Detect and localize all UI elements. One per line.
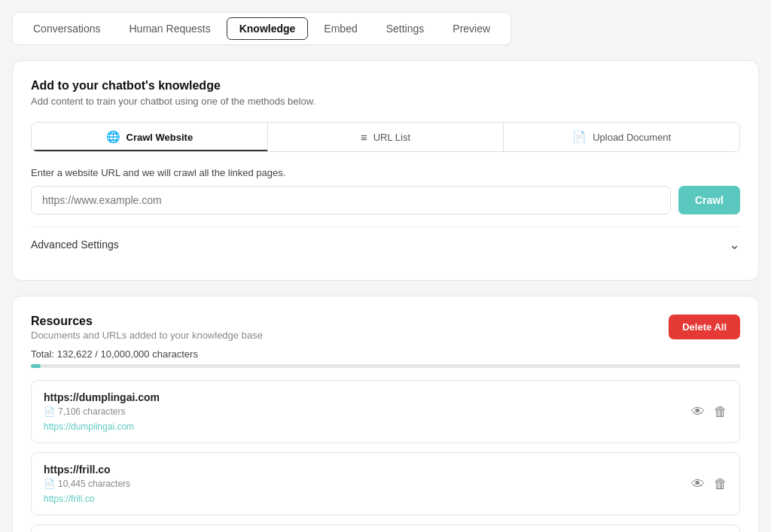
resource-chars-0: 📄 7,106 characters	[44, 406, 160, 417]
resource-list: https://dumplingai.com 📄 7,106 character…	[31, 380, 740, 532]
doc-icon-0: 📄	[44, 406, 55, 417]
resources-header: Resources Documents and URLs added to yo…	[31, 315, 740, 341]
advanced-settings-row[interactable]: Advanced Settings ⌄	[31, 226, 740, 262]
resource-chars-1: 📄 10,445 characters	[44, 479, 130, 489]
resource-info-0: https://dumplingai.com 📄 7,106 character…	[44, 391, 160, 432]
nav-tab-knowledge[interactable]: Knowledge	[227, 17, 309, 40]
resources-header-left: Resources Documents and URLs added to yo…	[31, 315, 263, 341]
nav-tab-human-requests[interactable]: Human Requests	[117, 17, 224, 40]
progress-bar-track	[31, 364, 740, 368]
progress-bar-fill	[31, 364, 41, 368]
resource-actions-1: 👁 🗑	[691, 476, 727, 492]
nav-tab-preview[interactable]: Preview	[440, 17, 503, 40]
url-description: Enter a website URL and we will crawl al…	[31, 167, 740, 178]
method-tab-url-list[interactable]: ≡URL List	[268, 123, 504, 151]
resource-item: https://frill.co/features/ideas 📄 8,239 …	[31, 524, 740, 532]
add-knowledge-subtitle: Add content to train your chatbot using …	[31, 96, 740, 107]
url-input-row: Crawl	[31, 186, 740, 214]
upload-document-icon: 📄	[572, 130, 587, 144]
delete-icon-0[interactable]: 🗑	[714, 404, 727, 420]
view-icon-0[interactable]: 👁	[691, 404, 705, 420]
resource-url-1: https://frill.co	[44, 464, 130, 476]
nav-tab-embed[interactable]: Embed	[311, 17, 370, 40]
doc-icon-1: 📄	[44, 479, 55, 489]
resources-subtitle: Documents and URLs added to your knowled…	[31, 330, 263, 341]
view-icon-1[interactable]: 👁	[691, 476, 705, 492]
resource-info-1: https://frill.co 📄 10,445 characters htt…	[44, 464, 130, 504]
method-tabs: 🌐Crawl Website≡URL List📄Upload Document	[31, 122, 740, 152]
method-tab-url-list-label: URL List	[373, 132, 410, 143]
chevron-down-icon: ⌄	[729, 236, 740, 253]
nav-tabs: ConversationsHuman RequestsKnowledgeEmbe…	[12, 12, 759, 45]
nav-tab-settings[interactable]: Settings	[373, 17, 437, 40]
add-knowledge-title: Add to your chatbot's knowledge	[31, 79, 740, 93]
resource-actions-0: 👁 🗑	[691, 404, 727, 420]
resource-link-0[interactable]: https://dumplingai.com	[44, 421, 134, 432]
add-knowledge-card: Add to your chatbot's knowledge Add cont…	[12, 60, 759, 281]
delete-icon-1[interactable]: 🗑	[714, 476, 727, 492]
url-input[interactable]	[31, 186, 671, 214]
resource-item: https://frill.co 📄 10,445 characters htt…	[31, 452, 740, 515]
crawl-button[interactable]: Crawl	[678, 186, 740, 214]
resources-title: Resources	[31, 315, 263, 328]
method-tab-crawl-website[interactable]: 🌐Crawl Website	[32, 123, 268, 151]
method-tab-crawl-website-label: Crawl Website	[126, 132, 194, 143]
crawl-website-icon: 🌐	[106, 130, 120, 144]
advanced-settings-label: Advanced Settings	[31, 239, 119, 251]
nav-tab-conversations[interactable]: Conversations	[20, 17, 114, 40]
delete-all-button[interactable]: Delete All	[669, 315, 740, 339]
method-tab-upload-document[interactable]: 📄Upload Document	[504, 123, 739, 151]
resource-link-1[interactable]: https://frill.co	[44, 494, 94, 504]
method-tab-upload-document-label: Upload Document	[593, 132, 671, 143]
url-list-icon: ≡	[361, 131, 367, 144]
total-chars: Total: 132,622 / 10,000,000 characters	[31, 348, 740, 360]
resource-item: https://dumplingai.com 📄 7,106 character…	[31, 380, 740, 443]
resources-card: Resources Documents and URLs added to yo…	[12, 296, 759, 532]
resource-url-0: https://dumplingai.com	[44, 391, 160, 403]
